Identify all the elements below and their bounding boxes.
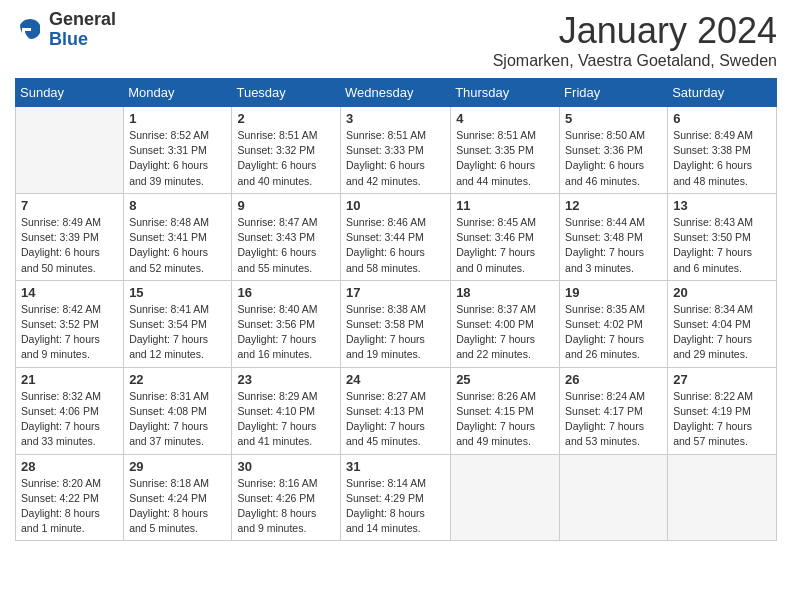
calendar-cell <box>16 107 124 194</box>
calendar-cell: 18Sunrise: 8:37 AM Sunset: 4:00 PM Dayli… <box>451 280 560 367</box>
calendar-cell: 31Sunrise: 8:14 AM Sunset: 4:29 PM Dayli… <box>341 454 451 541</box>
cell-info: Sunrise: 8:16 AM Sunset: 4:26 PM Dayligh… <box>237 476 335 537</box>
calendar-cell: 17Sunrise: 8:38 AM Sunset: 3:58 PM Dayli… <box>341 280 451 367</box>
cell-info: Sunrise: 8:50 AM Sunset: 3:36 PM Dayligh… <box>565 128 662 189</box>
cell-day-number: 27 <box>673 372 771 387</box>
cell-info: Sunrise: 8:24 AM Sunset: 4:17 PM Dayligh… <box>565 389 662 450</box>
cell-info: Sunrise: 8:45 AM Sunset: 3:46 PM Dayligh… <box>456 215 554 276</box>
logo-general: General <box>49 10 116 30</box>
cell-info: Sunrise: 8:52 AM Sunset: 3:31 PM Dayligh… <box>129 128 226 189</box>
calendar-cell: 28Sunrise: 8:20 AM Sunset: 4:22 PM Dayli… <box>16 454 124 541</box>
cell-day-number: 25 <box>456 372 554 387</box>
cell-info: Sunrise: 8:35 AM Sunset: 4:02 PM Dayligh… <box>565 302 662 363</box>
cell-day-number: 1 <box>129 111 226 126</box>
cell-info: Sunrise: 8:49 AM Sunset: 3:39 PM Dayligh… <box>21 215 118 276</box>
cell-day-number: 11 <box>456 198 554 213</box>
calendar-cell: 4Sunrise: 8:51 AM Sunset: 3:35 PM Daylig… <box>451 107 560 194</box>
calendar-cell <box>560 454 668 541</box>
cell-info: Sunrise: 8:44 AM Sunset: 3:48 PM Dayligh… <box>565 215 662 276</box>
cell-info: Sunrise: 8:18 AM Sunset: 4:24 PM Dayligh… <box>129 476 226 537</box>
cell-day-number: 20 <box>673 285 771 300</box>
cell-info: Sunrise: 8:32 AM Sunset: 4:06 PM Dayligh… <box>21 389 118 450</box>
cell-info: Sunrise: 8:46 AM Sunset: 3:44 PM Dayligh… <box>346 215 445 276</box>
weekday-header-friday: Friday <box>560 79 668 107</box>
cell-info: Sunrise: 8:49 AM Sunset: 3:38 PM Dayligh… <box>673 128 771 189</box>
cell-day-number: 13 <box>673 198 771 213</box>
cell-info: Sunrise: 8:51 AM Sunset: 3:33 PM Dayligh… <box>346 128 445 189</box>
page-header: General Blue January 2024 Sjomarken, Vae… <box>15 10 777 70</box>
cell-day-number: 14 <box>21 285 118 300</box>
calendar-cell: 5Sunrise: 8:50 AM Sunset: 3:36 PM Daylig… <box>560 107 668 194</box>
cell-info: Sunrise: 8:29 AM Sunset: 4:10 PM Dayligh… <box>237 389 335 450</box>
cell-day-number: 2 <box>237 111 335 126</box>
cell-day-number: 4 <box>456 111 554 126</box>
cell-info: Sunrise: 8:47 AM Sunset: 3:43 PM Dayligh… <box>237 215 335 276</box>
calendar-cell <box>668 454 777 541</box>
calendar-cell: 24Sunrise: 8:27 AM Sunset: 4:13 PM Dayli… <box>341 367 451 454</box>
calendar: SundayMondayTuesdayWednesdayThursdayFrid… <box>15 78 777 541</box>
logo-text: General Blue <box>49 10 116 50</box>
cell-info: Sunrise: 8:20 AM Sunset: 4:22 PM Dayligh… <box>21 476 118 537</box>
weekday-header-tuesday: Tuesday <box>232 79 341 107</box>
weekday-header-wednesday: Wednesday <box>341 79 451 107</box>
calendar-cell: 15Sunrise: 8:41 AM Sunset: 3:54 PM Dayli… <box>124 280 232 367</box>
calendar-cell: 3Sunrise: 8:51 AM Sunset: 3:33 PM Daylig… <box>341 107 451 194</box>
cell-day-number: 30 <box>237 459 335 474</box>
weekday-header-monday: Monday <box>124 79 232 107</box>
cell-info: Sunrise: 8:42 AM Sunset: 3:52 PM Dayligh… <box>21 302 118 363</box>
cell-info: Sunrise: 8:41 AM Sunset: 3:54 PM Dayligh… <box>129 302 226 363</box>
cell-info: Sunrise: 8:31 AM Sunset: 4:08 PM Dayligh… <box>129 389 226 450</box>
calendar-cell: 7Sunrise: 8:49 AM Sunset: 3:39 PM Daylig… <box>16 193 124 280</box>
weekday-header-thursday: Thursday <box>451 79 560 107</box>
calendar-cell: 30Sunrise: 8:16 AM Sunset: 4:26 PM Dayli… <box>232 454 341 541</box>
cell-day-number: 15 <box>129 285 226 300</box>
cell-day-number: 16 <box>237 285 335 300</box>
cell-day-number: 3 <box>346 111 445 126</box>
logo-icon <box>15 15 45 45</box>
calendar-cell: 16Sunrise: 8:40 AM Sunset: 3:56 PM Dayli… <box>232 280 341 367</box>
cell-day-number: 19 <box>565 285 662 300</box>
cell-day-number: 8 <box>129 198 226 213</box>
cell-day-number: 6 <box>673 111 771 126</box>
cell-day-number: 10 <box>346 198 445 213</box>
calendar-cell: 9Sunrise: 8:47 AM Sunset: 3:43 PM Daylig… <box>232 193 341 280</box>
weekday-header-sunday: Sunday <box>16 79 124 107</box>
calendar-cell: 25Sunrise: 8:26 AM Sunset: 4:15 PM Dayli… <box>451 367 560 454</box>
cell-day-number: 21 <box>21 372 118 387</box>
logo: General Blue <box>15 10 116 50</box>
cell-day-number: 7 <box>21 198 118 213</box>
cell-day-number: 31 <box>346 459 445 474</box>
cell-day-number: 5 <box>565 111 662 126</box>
cell-info: Sunrise: 8:38 AM Sunset: 3:58 PM Dayligh… <box>346 302 445 363</box>
cell-info: Sunrise: 8:22 AM Sunset: 4:19 PM Dayligh… <box>673 389 771 450</box>
cell-info: Sunrise: 8:43 AM Sunset: 3:50 PM Dayligh… <box>673 215 771 276</box>
location: Sjomarken, Vaestra Goetaland, Sweden <box>493 52 777 70</box>
calendar-cell: 21Sunrise: 8:32 AM Sunset: 4:06 PM Dayli… <box>16 367 124 454</box>
calendar-cell: 1Sunrise: 8:52 AM Sunset: 3:31 PM Daylig… <box>124 107 232 194</box>
calendar-cell: 20Sunrise: 8:34 AM Sunset: 4:04 PM Dayli… <box>668 280 777 367</box>
week-row-4: 21Sunrise: 8:32 AM Sunset: 4:06 PM Dayli… <box>16 367 777 454</box>
cell-info: Sunrise: 8:51 AM Sunset: 3:35 PM Dayligh… <box>456 128 554 189</box>
calendar-cell: 6Sunrise: 8:49 AM Sunset: 3:38 PM Daylig… <box>668 107 777 194</box>
calendar-cell: 13Sunrise: 8:43 AM Sunset: 3:50 PM Dayli… <box>668 193 777 280</box>
weekday-header-saturday: Saturday <box>668 79 777 107</box>
calendar-cell: 19Sunrise: 8:35 AM Sunset: 4:02 PM Dayli… <box>560 280 668 367</box>
weekday-header-row: SundayMondayTuesdayWednesdayThursdayFrid… <box>16 79 777 107</box>
cell-info: Sunrise: 8:27 AM Sunset: 4:13 PM Dayligh… <box>346 389 445 450</box>
logo-blue: Blue <box>49 30 116 50</box>
calendar-cell: 2Sunrise: 8:51 AM Sunset: 3:32 PM Daylig… <box>232 107 341 194</box>
month-title: January 2024 <box>493 10 777 52</box>
calendar-cell: 10Sunrise: 8:46 AM Sunset: 3:44 PM Dayli… <box>341 193 451 280</box>
cell-info: Sunrise: 8:26 AM Sunset: 4:15 PM Dayligh… <box>456 389 554 450</box>
calendar-cell: 8Sunrise: 8:48 AM Sunset: 3:41 PM Daylig… <box>124 193 232 280</box>
calendar-cell: 29Sunrise: 8:18 AM Sunset: 4:24 PM Dayli… <box>124 454 232 541</box>
cell-info: Sunrise: 8:40 AM Sunset: 3:56 PM Dayligh… <box>237 302 335 363</box>
calendar-cell: 22Sunrise: 8:31 AM Sunset: 4:08 PM Dayli… <box>124 367 232 454</box>
calendar-cell: 11Sunrise: 8:45 AM Sunset: 3:46 PM Dayli… <box>451 193 560 280</box>
cell-day-number: 24 <box>346 372 445 387</box>
cell-info: Sunrise: 8:14 AM Sunset: 4:29 PM Dayligh… <box>346 476 445 537</box>
calendar-cell: 26Sunrise: 8:24 AM Sunset: 4:17 PM Dayli… <box>560 367 668 454</box>
cell-info: Sunrise: 8:34 AM Sunset: 4:04 PM Dayligh… <box>673 302 771 363</box>
title-area: January 2024 Sjomarken, Vaestra Goetalan… <box>493 10 777 70</box>
calendar-cell: 23Sunrise: 8:29 AM Sunset: 4:10 PM Dayli… <box>232 367 341 454</box>
